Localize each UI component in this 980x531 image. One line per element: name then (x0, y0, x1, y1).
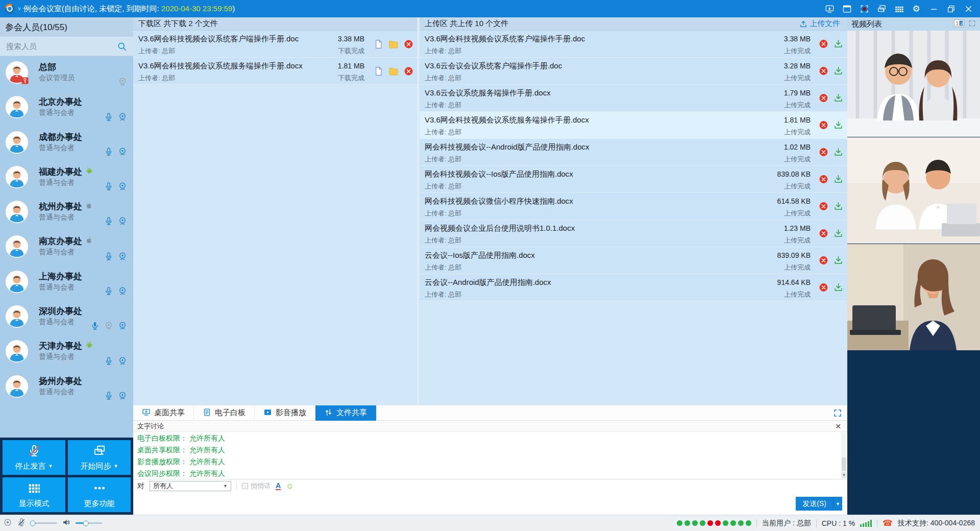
upload-file-row[interactable]: V3.6云会议会议系统客户端操作手册.doc上传者: 总部3.28 MB上传完成 (420, 58, 847, 85)
webcam-icon[interactable] (118, 216, 127, 226)
upload-file-row[interactable]: V3.6网会科技视频会议系统客户端操作手册.doc上传者: 总部3.38 MB上… (420, 31, 847, 58)
send-options-caret[interactable]: ▼ (833, 497, 842, 511)
participant-row[interactable]: 扬州办事处普通与会者 (0, 370, 133, 405)
webcam-gray-icon[interactable] (118, 77, 127, 86)
webcam-icon[interactable] (118, 286, 127, 296)
webcam-icon[interactable] (118, 252, 127, 261)
cancel-upload-icon[interactable] (819, 39, 828, 49)
participant-row[interactable]: 总部会议管理员 (0, 56, 133, 91)
download-file-row[interactable]: V3.6网会科技视频会议系统客户端操作手册.doc上传者: 总部3.38 MB下… (133, 31, 418, 58)
webcam-icon[interactable] (118, 391, 127, 400)
cancel-upload-icon[interactable] (819, 120, 828, 130)
mic-icon[interactable] (104, 147, 113, 156)
audio-settings-icon[interactable] (3, 518, 12, 528)
mic-icon[interactable] (104, 286, 113, 296)
mic-muted-icon[interactable] (17, 518, 26, 528)
minimize-button[interactable] (926, 2, 941, 15)
delete-file-icon[interactable] (404, 39, 413, 49)
tab-whiteboard[interactable]: 电子白板 (194, 405, 255, 421)
cancel-upload-icon[interactable] (819, 93, 828, 103)
download-file-icon[interactable] (834, 148, 843, 157)
screen-share-icon[interactable] (822, 2, 837, 15)
cancel-upload-icon[interactable] (819, 256, 828, 266)
upload-file-row[interactable]: 云会议--Ios版产品使用指南.docx上传者: 总部839.09 KB上传完成 (420, 247, 847, 274)
mic-icon[interactable] (104, 182, 113, 191)
download-file-icon[interactable] (834, 175, 843, 184)
participant-row[interactable]: 福建办事处普通与会者 (0, 161, 133, 196)
upload-file-row[interactable]: 网会视频会议企业后台使用说明书1.0.1.docx上传者: 总部1.23 MB上… (420, 220, 847, 247)
participant-row[interactable]: 上海办事处普通与会者 (0, 266, 133, 300)
upload-file-row[interactable]: 网会科技视频会议--Android版产品使用指南.docx上传者: 总部1.02… (420, 139, 847, 166)
whisper-checkbox[interactable]: 悄悄话 (242, 481, 271, 491)
download-file-row[interactable]: V3.6网会科技视频会议系统服务端操作手册.docx上传者: 总部1.81 MB… (133, 58, 418, 85)
open-file-icon[interactable] (374, 66, 383, 76)
speaker-icon[interactable] (62, 518, 71, 528)
download-file-icon[interactable] (834, 93, 843, 103)
download-file-icon[interactable] (834, 66, 843, 76)
tab-media[interactable]: 影音播放 (255, 405, 315, 421)
font-color-icon[interactable]: A (276, 482, 281, 490)
record-icon[interactable] (856, 2, 872, 15)
close-button[interactable] (961, 2, 976, 15)
cancel-upload-icon[interactable] (819, 229, 828, 238)
scrollbar-thumb[interactable] (842, 457, 846, 471)
upload-file-row[interactable]: 网会科技视频会议微信小程序快速指南.docx上传者: 总部614.58 KB上传… (420, 193, 847, 220)
webcam-icon[interactable] (118, 112, 127, 122)
search-input[interactable]: 搜索人员 (0, 37, 133, 56)
webcam-icon[interactable] (118, 182, 127, 191)
emoji-icon[interactable]: ☺ (286, 482, 293, 490)
download-file-icon[interactable] (834, 202, 843, 211)
scrollbar-down-arrow[interactable]: ▼ (841, 472, 847, 478)
video-thumbnail-woman-with-laptop[interactable] (847, 244, 980, 350)
video-thumbnail-smiling-pair[interactable] (847, 137, 980, 244)
upload-file-row[interactable]: V3.6云会议系统服务端操作手册.docx上传者: 总部1.79 MB上传完成 (420, 85, 847, 112)
download-file-icon[interactable] (834, 39, 843, 49)
open-folder-icon[interactable] (388, 39, 399, 49)
tab-fileshare[interactable]: 文件共享 (315, 405, 376, 421)
caret-down-icon[interactable]: ▼ (114, 464, 118, 469)
download-file-icon[interactable] (834, 120, 843, 130)
download-file-icon[interactable] (834, 256, 843, 266)
send-button[interactable]: 发送(S) ▼ (796, 497, 842, 511)
search-icon[interactable] (117, 41, 127, 52)
cancel-upload-icon[interactable] (819, 202, 828, 211)
upload-file-row[interactable]: 网会科技视频会议--Ios版产品使用指南.docx上传者: 总部839.08 K… (420, 166, 847, 193)
recipient-select[interactable]: 所有人▼ (150, 481, 231, 491)
video-thumbnail-meeting-pair[interactable] (847, 31, 980, 137)
cancel-upload-icon[interactable] (819, 175, 828, 184)
participant-row[interactable]: 北京办事处普通与会者 (0, 91, 133, 126)
dialpad-icon[interactable] (891, 2, 906, 15)
participant-row[interactable]: 成都办事处普通与会者 (0, 126, 133, 161)
mic-icon[interactable] (104, 391, 113, 400)
app-logo-icon[interactable] (4, 3, 15, 14)
cancel-upload-icon[interactable] (819, 283, 828, 293)
upload-file-button[interactable]: 上传文件 (799, 19, 842, 29)
mic-stop-button[interactable]: 停止发言▼ (3, 440, 65, 475)
mic-active-icon[interactable] (90, 321, 100, 330)
participant-row[interactable]: 南京办事处普通与会者 (0, 230, 133, 265)
tab-desktop[interactable]: 桌面共享 (133, 405, 194, 421)
cancel-upload-icon[interactable] (819, 148, 828, 157)
download-file-icon[interactable] (834, 283, 843, 293)
participant-row[interactable]: 杭州办事处普通与会者 (0, 196, 133, 230)
layout-window-icon[interactable] (839, 2, 854, 15)
layout-1-2-icon[interactable]: 12 (954, 19, 964, 29)
download-file-icon[interactable] (834, 229, 843, 238)
webcam-icon[interactable] (118, 356, 127, 366)
participant-row[interactable]: 天津办事处普通与会者 (0, 335, 133, 370)
mic-icon[interactable] (104, 252, 113, 261)
chat-scrollbar[interactable]: ▼ (841, 432, 847, 478)
mic-icon[interactable] (104, 112, 113, 122)
sync-screens-icon[interactable] (874, 2, 889, 15)
chat-close-icon[interactable]: ✕ (835, 422, 843, 430)
expand-panel-icon[interactable] (833, 408, 842, 418)
open-file-icon[interactable] (374, 39, 383, 49)
expand-videos-icon[interactable] (968, 19, 976, 29)
delete-file-icon[interactable] (404, 66, 413, 76)
mic-icon[interactable] (104, 356, 113, 366)
webcam-icon[interactable] (118, 147, 127, 156)
upload-file-row[interactable]: 云会议--Android版产品使用指南.docx上传者: 总部914.64 KB… (420, 274, 847, 301)
mic-icon[interactable] (104, 216, 113, 226)
checkbox-icon[interactable] (242, 483, 248, 489)
restore-button[interactable] (943, 2, 959, 15)
